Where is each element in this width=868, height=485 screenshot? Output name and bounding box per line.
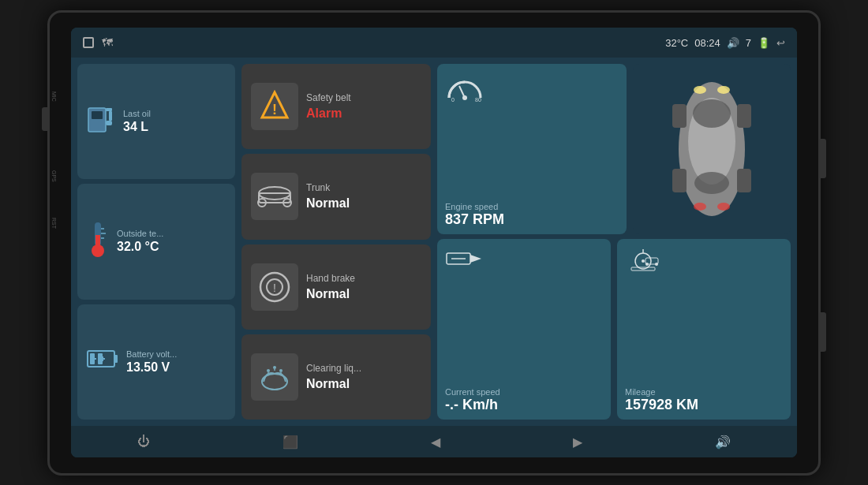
nav-icon: 🗺 xyxy=(102,36,113,49)
engine-speed-card: 0 80 Engine speed 837 RPM xyxy=(437,64,627,234)
seatbelt-info: Safety belt Alarm xyxy=(306,92,351,121)
rst-label: RST xyxy=(51,218,57,229)
temperature-card: Outside te... 32.0 °C xyxy=(77,184,235,299)
trunk-icon xyxy=(251,173,298,220)
svg-rect-12 xyxy=(114,355,118,363)
mic-label: MIC xyxy=(51,91,57,102)
window-icon xyxy=(83,37,94,48)
trunk-card: Trunk Normal xyxy=(241,154,431,239)
svg-point-48 xyxy=(694,203,706,211)
temp-label: Outside te... xyxy=(117,229,163,238)
washer-card: Clearing liq... Normal xyxy=(241,334,431,420)
mileage-value: 157928 KM xyxy=(625,397,698,413)
handbrake-label: Hand brake xyxy=(306,273,355,284)
temperature-display: 32°C xyxy=(665,37,688,49)
svg-rect-7 xyxy=(95,235,100,249)
car-top-view xyxy=(633,64,791,234)
mileage-card: Mileage 157928 KM xyxy=(617,239,791,420)
washer-label: Clearing liq... xyxy=(306,363,361,374)
seatbelt-card: ! Safety belt Alarm xyxy=(241,64,431,149)
svg-rect-3 xyxy=(109,111,112,121)
current-speed-label: Current speed xyxy=(445,387,500,397)
gps-label: GPS xyxy=(51,170,57,182)
bottom-right-metrics: Current speed -.- Km/h xyxy=(437,239,791,420)
engine-speed-label: Engine speed xyxy=(445,202,498,211)
main-content: Last oil 34 L xyxy=(71,58,797,426)
handbrake-value: Normal xyxy=(306,287,355,301)
svg-point-29 xyxy=(273,366,276,369)
svg-rect-44 xyxy=(672,169,687,192)
svg-rect-2 xyxy=(106,108,112,111)
screen: 🗺 32°C 08:24 🔊 7 🔋 ↩ xyxy=(71,28,797,457)
home-icon[interactable]: ⬛ xyxy=(282,435,298,450)
svg-point-41 xyxy=(694,172,729,194)
battery-label: Battery volt... xyxy=(126,349,177,359)
bottom-nav: ⏻ ⬛ ◀ ▶ 🔊 xyxy=(71,426,797,457)
svg-point-30 xyxy=(279,369,282,372)
fuel-value: 34 L xyxy=(123,120,151,134)
current-speed-card: Current speed -.- Km/h xyxy=(437,239,611,420)
svg-point-47 xyxy=(717,86,730,94)
battery-value: 13.50 V xyxy=(126,360,177,375)
volume-icon: 🔊 xyxy=(727,37,739,49)
handbrake-info: Hand brake Normal xyxy=(306,273,355,301)
battery-info: Battery volt... 13.50 V xyxy=(126,349,177,375)
fuel-card: Last oil 34 L xyxy=(77,64,235,179)
svg-point-40 xyxy=(693,99,731,128)
handbrake-icon: ! xyxy=(251,263,298,311)
svg-marker-51 xyxy=(470,255,481,263)
temperature-info: Outside te... 32.0 °C xyxy=(117,229,163,254)
seatbelt-icon: ! xyxy=(251,83,298,130)
right-side-button-1[interactable] xyxy=(820,139,826,178)
seatbelt-label: Safety belt xyxy=(306,92,351,103)
svg-rect-4 xyxy=(106,121,112,125)
trunk-value: Normal xyxy=(306,196,350,211)
right-panel: 0 80 Engine speed 837 RPM xyxy=(437,64,791,420)
battery-card: Battery volt... 13.50 V xyxy=(77,304,235,420)
back-nav-icon[interactable]: ◀ xyxy=(431,435,440,450)
svg-text:!: ! xyxy=(273,282,276,294)
mileage-label: Mileage xyxy=(625,387,656,397)
svg-point-55 xyxy=(642,259,645,263)
left-panel: Last oil 34 L xyxy=(77,64,235,420)
seatbelt-value: Alarm xyxy=(306,106,351,121)
left-side-button[interactable] xyxy=(42,107,48,131)
power-icon[interactable]: ⏻ xyxy=(137,435,150,449)
svg-point-35 xyxy=(462,95,467,100)
thermometer-icon xyxy=(87,219,109,264)
svg-point-58 xyxy=(645,263,649,266)
current-speed-value: -.- Km/h xyxy=(445,397,498,413)
svg-point-49 xyxy=(717,203,730,211)
middle-panel: ! Safety belt Alarm xyxy=(241,64,431,420)
engine-speed-value: 837 RPM xyxy=(445,211,504,228)
status-left: 🗺 xyxy=(83,36,113,49)
handbrake-card: ! Hand brake Normal xyxy=(241,244,431,330)
time-display: 08:24 xyxy=(694,37,720,49)
speed-icon xyxy=(445,245,485,275)
svg-rect-45 xyxy=(737,169,751,192)
washer-info: Clearing liq... Normal xyxy=(306,363,361,391)
volume-nav-icon[interactable]: 🔊 xyxy=(715,435,731,450)
device-frame: MIC GPS RST 🗺 32°C 08:24 🔊 7 🔋 ↩ xyxy=(47,10,821,476)
svg-text:80: 80 xyxy=(475,97,481,102)
back-icon[interactable]: ↩ xyxy=(776,37,785,49)
svg-text:!: ! xyxy=(272,102,277,118)
fuel-label: Last oil xyxy=(123,109,151,118)
right-side-button-2[interactable] xyxy=(820,312,826,352)
battery-icon: 🔋 xyxy=(758,37,770,49)
washer-value: Normal xyxy=(306,377,361,391)
washer-icon xyxy=(251,353,298,401)
mileage-icon xyxy=(625,245,661,278)
forward-icon[interactable]: ▶ xyxy=(573,435,582,450)
status-right: 32°C 08:24 🔊 7 🔋 ↩ xyxy=(665,37,785,49)
fuel-icon xyxy=(87,102,115,142)
top-right-metrics: 0 80 Engine speed 837 RPM xyxy=(437,64,791,234)
trunk-info: Trunk Normal xyxy=(306,182,350,211)
status-bar: 🗺 32°C 08:24 🔊 7 🔋 ↩ xyxy=(71,28,797,58)
svg-point-46 xyxy=(694,86,706,94)
fuel-info: Last oil 34 L xyxy=(123,109,151,134)
svg-rect-43 xyxy=(737,104,751,128)
svg-rect-1 xyxy=(92,111,103,119)
svg-point-28 xyxy=(267,369,270,372)
temp-value: 32.0 °C xyxy=(117,240,163,254)
